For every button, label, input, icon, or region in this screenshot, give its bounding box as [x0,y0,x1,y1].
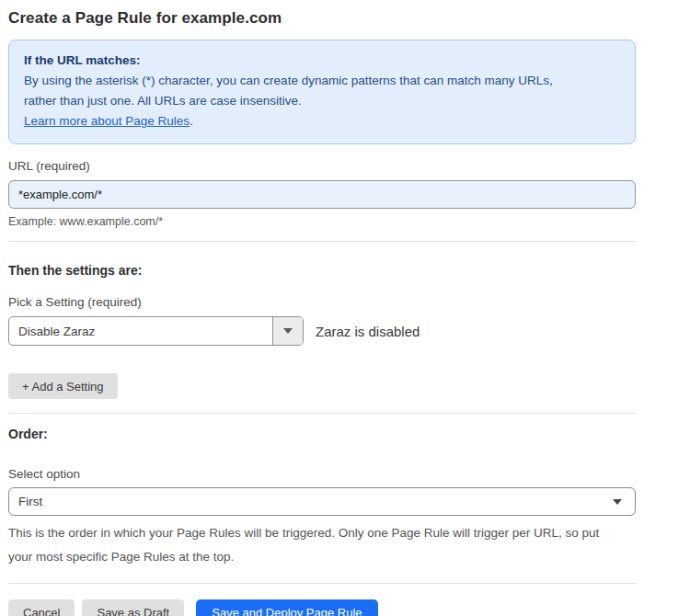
order-select-label: Select option [8,467,636,481]
cancel-button[interactable]: Cancel [8,599,75,616]
info-box-body: By using the asterisk (*) character, you… [24,71,587,111]
info-box-heading: If the URL matches: [24,51,620,71]
form-actions: Cancel Save as Draft Save and Deploy Pag… [8,599,636,616]
url-match-info-box: If the URL matches: By using the asteris… [8,40,636,144]
setting-picker-label: Pick a Setting (required) [8,295,636,309]
save-and-deploy-button[interactable]: Save and Deploy Page Rule [196,599,377,616]
chevron-down-icon [613,499,622,505]
order-select-value: First [18,495,42,508]
page-title: Create a Page Rule for example.com [8,9,636,28]
setting-row: Disable Zaraz Zaraz is disabled [8,316,636,346]
learn-more-link[interactable]: Learn more about Page Rules [24,114,190,128]
order-help-text: This is the order in which your Page Rul… [8,521,627,569]
url-input[interactable] [8,180,636,209]
url-field-label: URL (required) [8,159,636,173]
setting-select-value: Disable Zaraz [9,325,272,338]
order-select[interactable]: First [8,487,636,516]
add-setting-button[interactable]: + Add a Setting [8,373,118,399]
link-period: . [190,114,193,128]
settings-section-heading: Then the settings are: [8,263,636,278]
setting-status-text: Zaraz is disabled [316,324,420,339]
setting-select[interactable]: Disable Zaraz [8,316,304,346]
url-example-text: Example: www.example.com/* [8,215,636,228]
setting-select-arrow-button[interactable] [272,317,303,345]
divider [8,241,636,242]
page-rule-form: Create a Page Rule for example.com If th… [8,0,636,616]
save-as-draft-button[interactable]: Save as Draft [82,599,184,616]
divider [8,413,636,414]
order-section-heading: Order: [8,427,636,441]
divider [8,583,636,584]
chevron-down-icon [283,328,293,334]
info-box-link-line: Learn more about Page Rules. [24,111,620,131]
